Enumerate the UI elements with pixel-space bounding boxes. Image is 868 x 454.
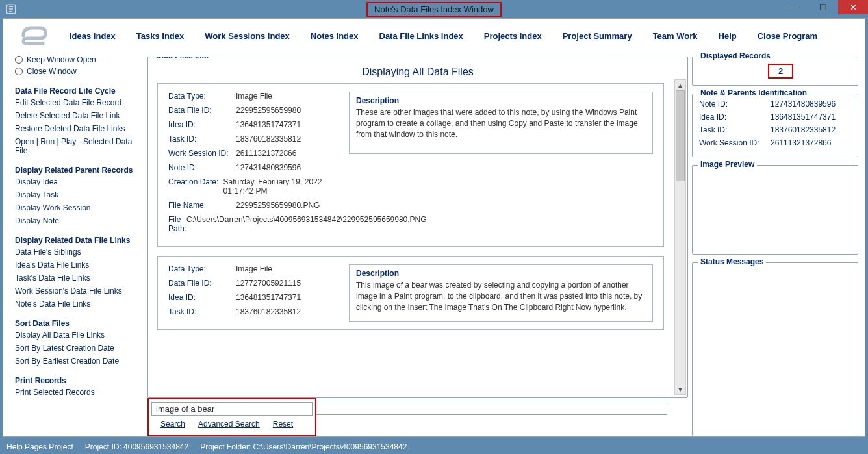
status-bar: Help Pages Project Project ID: 400956931… bbox=[0, 440, 868, 454]
displayed-records-fieldset: Displayed Records 2 bbox=[692, 57, 858, 86]
nav-close-program[interactable]: Close Program bbox=[758, 31, 817, 41]
ident-idea-id: 136481351747371 bbox=[771, 112, 836, 121]
close-button[interactable]: ✕ bbox=[838, 0, 868, 14]
value-data-file-id: 127727005921115 bbox=[236, 279, 301, 288]
ident-note-id: 127431480839596 bbox=[771, 99, 836, 108]
description-box: Description This image of a bear was cre… bbox=[349, 264, 653, 322]
scroll-thumb[interactable] bbox=[676, 90, 685, 181]
sidebar-sort-earliest[interactable]: Sort By Earilest Creation Date bbox=[15, 355, 141, 367]
description-label: Description bbox=[356, 96, 646, 105]
sidebar-display-note[interactable]: Display Note bbox=[15, 215, 141, 227]
status-messages-area bbox=[699, 268, 851, 372]
sidebar-edit-record[interactable]: Edit Selected Data File Record bbox=[15, 97, 141, 108]
status-project-id: Project ID: 400956931534842 bbox=[85, 442, 188, 451]
label-data-type: Data Type: bbox=[168, 92, 236, 101]
sidebar-heading-parent-records: Display Related Parent Records bbox=[15, 166, 141, 175]
image-preview-fieldset: Image Preview bbox=[692, 165, 858, 255]
right-panel: Displayed Records 2 Note & Parents Ident… bbox=[692, 53, 861, 436]
radio-keep-open-label: Keep Window Open bbox=[27, 55, 96, 64]
displayed-records-count: 2 bbox=[768, 64, 793, 79]
sidebar-idea-links[interactable]: Idea's Data File Links bbox=[15, 259, 141, 271]
card-fields: Data Type:Image File Data File ID:127727… bbox=[168, 264, 341, 322]
logo-icon bbox=[16, 24, 49, 47]
nav-help[interactable]: Help bbox=[719, 31, 737, 41]
label-data-file-id: Data File ID: bbox=[168, 279, 236, 288]
status-help-pages[interactable]: Help Pages Project bbox=[6, 442, 73, 451]
nav-projects-index[interactable]: Projects Index bbox=[484, 31, 542, 41]
data-files-list-legend: Data Files List bbox=[153, 57, 211, 60]
label-data-type: Data Type: bbox=[168, 264, 236, 273]
label-work-session-id: Work Session ID: bbox=[168, 149, 236, 158]
nav-tasks-index[interactable]: Tasks Index bbox=[136, 31, 184, 41]
ident-idea-id-label: Idea ID: bbox=[699, 112, 771, 121]
data-file-card[interactable]: Data Type:Image File Data File ID:127727… bbox=[157, 256, 664, 330]
nav-team-work[interactable]: Team Work bbox=[653, 31, 698, 41]
list-scrollbar[interactable]: ▲ ▼ bbox=[674, 79, 686, 395]
value-data-type: Image File bbox=[236, 264, 272, 273]
card-fields: Data Type:Image File Data File ID:229952… bbox=[168, 92, 341, 238]
sidebar-sort-latest[interactable]: Sort By Latest Creation Date bbox=[15, 342, 141, 354]
nav-ideas-index[interactable]: Ideas Index bbox=[70, 31, 116, 41]
sidebar-print-selected[interactable]: Print Selected Records bbox=[15, 386, 141, 398]
value-task-id: 183760182335812 bbox=[236, 307, 301, 316]
ident-task-id-label: Task ID: bbox=[699, 125, 771, 134]
sidebar-heading-lifecycle: Data File Record Life Cycle bbox=[15, 86, 141, 95]
center-panel: Data Files List Displaying All Data File… bbox=[147, 53, 688, 436]
search-input[interactable] bbox=[151, 402, 313, 416]
status-messages-legend: Status Messages bbox=[698, 257, 766, 266]
app-window: Note's Data Files Index Window — ☐ ✕ Ide… bbox=[0, 0, 868, 454]
content-area: Ideas Index Tasks Index Work Sessions In… bbox=[3, 18, 865, 437]
data-file-card[interactable]: Data Type:Image File Data File ID:229952… bbox=[157, 83, 664, 247]
status-project-folder: Project Folder: C:\Users\Darren\Projects… bbox=[200, 442, 407, 451]
scroll-down-icon[interactable]: ▼ bbox=[675, 384, 685, 394]
nav-data-file-links-index[interactable]: Data File Links Index bbox=[379, 31, 463, 41]
scroll-up-icon[interactable]: ▲ bbox=[675, 80, 685, 90]
label-idea-id: Idea ID: bbox=[168, 293, 236, 302]
status-messages-fieldset: Status Messages bbox=[692, 262, 858, 436]
value-data-file-id: 229952595659980 bbox=[236, 106, 301, 115]
data-files-list-fieldset: Data Files List Displaying All Data File… bbox=[147, 57, 688, 398]
value-file-path: C:\Users\Darren\Projects\400956931534842… bbox=[186, 215, 427, 233]
sidebar-delete-link[interactable]: Delete Selected Data File Link bbox=[15, 110, 141, 121]
value-note-id: 127431480839596 bbox=[236, 163, 301, 172]
radio-close-window-label: Close Window bbox=[27, 67, 77, 76]
sidebar-ws-links[interactable]: Work Session's Data File Links bbox=[15, 285, 141, 297]
label-idea-id: Idea ID: bbox=[168, 120, 236, 129]
ident-task-id: 183760182335812 bbox=[771, 125, 836, 134]
value-file-name: 229952595659980.PNG bbox=[236, 201, 320, 210]
main-area: Keep Window Open Close Window Data File … bbox=[3, 53, 865, 436]
sidebar-restore-links[interactable]: Restore Deleted Data File Links bbox=[15, 123, 141, 134]
value-idea-id: 136481351747371 bbox=[236, 293, 301, 302]
nav-work-sessions-index[interactable]: Work Sessions Index bbox=[205, 31, 290, 41]
top-nav: Ideas Index Tasks Index Work Sessions In… bbox=[3, 19, 865, 53]
sidebar-display-all[interactable]: Display All Data File Links bbox=[15, 329, 141, 341]
radio-close-window[interactable]: Close Window bbox=[15, 67, 141, 76]
label-file-path: File Path: bbox=[168, 215, 186, 233]
reset-link[interactable]: Reset bbox=[273, 420, 293, 429]
sidebar-task-links[interactable]: Task's Data File Links bbox=[15, 272, 141, 284]
value-idea-id: 136481351747371 bbox=[236, 120, 301, 129]
sidebar-display-idea[interactable]: Display Idea bbox=[15, 176, 141, 188]
nav-project-summary[interactable]: Project Summary bbox=[563, 31, 632, 41]
minimize-button[interactable]: — bbox=[778, 0, 808, 14]
sidebar-note-links[interactable]: Note's Data File Links bbox=[15, 298, 141, 310]
image-preview-area bbox=[699, 171, 851, 249]
sidebar-siblings[interactable]: Data File's Siblings bbox=[15, 246, 141, 258]
label-task-id: Task ID: bbox=[168, 134, 236, 144]
advanced-search-link[interactable]: Advanced Search bbox=[198, 420, 260, 429]
ident-note-id-label: Note ID: bbox=[699, 99, 771, 108]
sidebar-display-task[interactable]: Display Task bbox=[15, 189, 141, 201]
identification-fieldset: Note & Parents Identification Note ID:12… bbox=[692, 94, 858, 157]
nav-notes-index[interactable]: Notes Index bbox=[311, 31, 359, 41]
label-note-id: Note ID: bbox=[168, 163, 236, 172]
label-creation-date: Creation Date: bbox=[168, 177, 223, 195]
sidebar-display-work-session[interactable]: Display Work Session bbox=[15, 202, 141, 214]
label-data-file-id: Data File ID: bbox=[168, 106, 236, 115]
value-creation-date: Saturday, February 19, 2022 01:17:42 PM bbox=[223, 177, 341, 195]
sidebar-open-run-play[interactable]: Open | Run | Play - Selected Data File bbox=[15, 136, 141, 157]
search-input-extension[interactable] bbox=[316, 401, 667, 415]
sidebar-heading-sort: Sort Data Files bbox=[15, 319, 141, 328]
maximize-button[interactable]: ☐ bbox=[808, 0, 838, 14]
radio-keep-open[interactable]: Keep Window Open bbox=[15, 55, 141, 64]
search-link[interactable]: Search bbox=[160, 420, 185, 429]
